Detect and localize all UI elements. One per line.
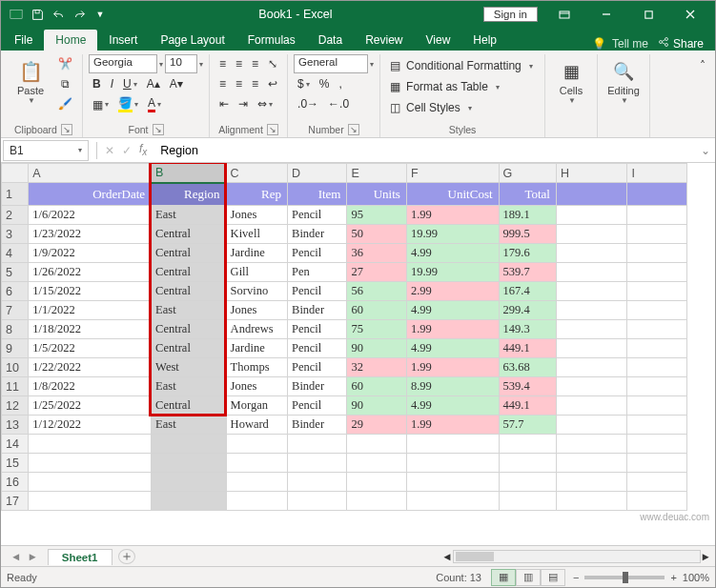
format-as-table-button[interactable]: ▦Format as Table▾ <box>386 77 539 96</box>
cell-F2[interactable]: 1.99 <box>406 206 499 225</box>
header-cell-I[interactable] <box>627 183 687 206</box>
cell-G15[interactable] <box>499 454 556 473</box>
cell-G11[interactable]: 539.4 <box>499 377 556 396</box>
orientation-button[interactable]: ⤡ <box>264 54 281 73</box>
cell-styles-button[interactable]: ◫Cell Styles▾ <box>386 98 539 117</box>
row-header-2[interactable]: 2 <box>2 206 29 225</box>
cell-I14[interactable] <box>627 435 687 454</box>
save-icon[interactable] <box>30 7 45 22</box>
cell-D14[interactable] <box>288 435 347 454</box>
cell-E4[interactable]: 36 <box>347 244 406 263</box>
comma-format-button[interactable]: , <box>335 74 345 93</box>
cell-A14[interactable] <box>29 435 152 454</box>
percent-format-button[interactable]: % <box>316 74 334 93</box>
accounting-format-button[interactable]: $▾ <box>294 74 314 93</box>
cell-F6[interactable]: 2.99 <box>406 282 499 301</box>
cell-I8[interactable] <box>627 320 687 339</box>
cell-D3[interactable]: Binder <box>288 225 347 244</box>
cell-I3[interactable] <box>627 225 687 244</box>
format-painter-button[interactable]: 🖌️ <box>54 94 76 113</box>
cell-F8[interactable]: 1.99 <box>406 320 499 339</box>
cell-H2[interactable] <box>556 206 627 225</box>
column-header-F[interactable]: F <box>406 164 499 183</box>
cell-A8[interactable]: 1/18/2022 <box>29 320 152 339</box>
cell-I7[interactable] <box>627 301 687 320</box>
cell-G12[interactable]: 449.1 <box>499 396 556 416</box>
cell-I13[interactable] <box>627 416 687 435</box>
copy-button[interactable]: ⧉ <box>54 74 76 93</box>
cell-G16[interactable] <box>499 473 556 492</box>
chevron-down-icon[interactable]: ▾ <box>157 60 163 69</box>
cell-B3[interactable]: Central <box>152 225 227 244</box>
view-page-break-button[interactable]: ▤ <box>541 569 565 586</box>
conditional-formatting-button[interactable]: ▤Conditional Formatting▾ <box>386 56 539 75</box>
cell-C6[interactable]: Sorvino <box>226 282 287 301</box>
bold-button[interactable]: B <box>89 74 105 93</box>
sheet-nav-next-icon[interactable]: ► <box>27 551 37 562</box>
row-header-17[interactable]: 17 <box>2 492 29 511</box>
cell-F9[interactable]: 4.99 <box>406 339 499 358</box>
cell-G17[interactable] <box>499 492 556 511</box>
row-header-15[interactable]: 15 <box>2 454 29 473</box>
align-middle-button[interactable]: ≡ <box>232 54 246 73</box>
increase-font-button[interactable]: A▴ <box>143 74 164 93</box>
fill-color-button[interactable]: 🪣▾ <box>114 94 142 114</box>
cell-A10[interactable]: 1/22/2022 <box>29 358 152 377</box>
align-center-button[interactable]: ≡ <box>232 74 246 93</box>
italic-button[interactable]: I <box>107 74 117 93</box>
cell-B2[interactable]: East <box>152 206 227 225</box>
cell-D13[interactable]: Binder <box>288 416 347 435</box>
number-format-select[interactable]: General <box>294 54 368 73</box>
cell-C11[interactable]: Jones <box>226 377 287 396</box>
tab-formulas[interactable]: Formulas <box>236 30 307 51</box>
cell-E9[interactable]: 90 <box>347 339 406 358</box>
cell-B5[interactable]: Central <box>152 263 227 282</box>
cell-C14[interactable] <box>226 435 287 454</box>
cell-A17[interactable] <box>29 492 152 511</box>
cell-C15[interactable] <box>226 454 287 473</box>
cell-H11[interactable] <box>556 377 627 396</box>
cell-I2[interactable] <box>627 206 687 225</box>
merge-center-button[interactable]: ⇔▾ <box>254 94 276 113</box>
redo-icon[interactable] <box>72 7 87 22</box>
cell-B7[interactable]: East <box>152 301 227 320</box>
cell-B10[interactable]: West <box>152 358 227 377</box>
cell-A16[interactable] <box>29 473 152 492</box>
cell-C10[interactable]: Thomps <box>226 358 287 377</box>
cell-H9[interactable] <box>556 339 627 358</box>
header-cell-C[interactable]: Rep <box>226 183 287 206</box>
cell-H10[interactable] <box>556 358 627 377</box>
cell-E11[interactable]: 60 <box>347 377 406 396</box>
minimize-button[interactable] <box>585 1 627 28</box>
cell-B15[interactable] <box>152 454 227 473</box>
cell-G6[interactable]: 167.4 <box>499 282 556 301</box>
cell-C7[interactable]: Jones <box>226 301 287 320</box>
cell-E12[interactable]: 90 <box>347 396 406 416</box>
increase-decimal-button[interactable]: .0→ <box>294 94 322 113</box>
row-header-1[interactable]: 1 <box>2 183 29 206</box>
formula-input[interactable] <box>154 140 696 161</box>
tab-file[interactable]: File <box>3 30 44 51</box>
cell-G10[interactable]: 63.68 <box>499 358 556 377</box>
cell-I9[interactable] <box>627 339 687 358</box>
qat-customize-icon[interactable]: ▼ <box>92 7 108 22</box>
header-cell-G[interactable]: Total <box>499 183 556 206</box>
cell-C3[interactable]: Kivell <box>226 225 287 244</box>
cell-G14[interactable] <box>499 435 556 454</box>
cell-B14[interactable] <box>152 435 227 454</box>
cells-button[interactable]: ▦ Cells ▼ <box>551 54 591 109</box>
new-sheet-button[interactable]: ＋ <box>118 549 135 564</box>
zoom-out-icon[interactable]: − <box>573 572 579 583</box>
cell-E14[interactable] <box>347 435 406 454</box>
cell-F3[interactable]: 19.99 <box>406 225 499 244</box>
cell-C16[interactable] <box>226 473 287 492</box>
header-cell-A[interactable]: OrderDate <box>29 183 152 206</box>
cell-G5[interactable]: 539.7 <box>499 263 556 282</box>
header-cell-F[interactable]: UnitCost <box>406 183 499 206</box>
cell-F13[interactable]: 1.99 <box>406 416 499 435</box>
column-header-A[interactable]: A <box>29 164 152 183</box>
cell-D6[interactable]: Pencil <box>288 282 347 301</box>
cell-H7[interactable] <box>556 301 627 320</box>
sheet-tab-sheet1[interactable]: Sheet1 <box>48 549 113 565</box>
cell-G8[interactable]: 149.3 <box>499 320 556 339</box>
